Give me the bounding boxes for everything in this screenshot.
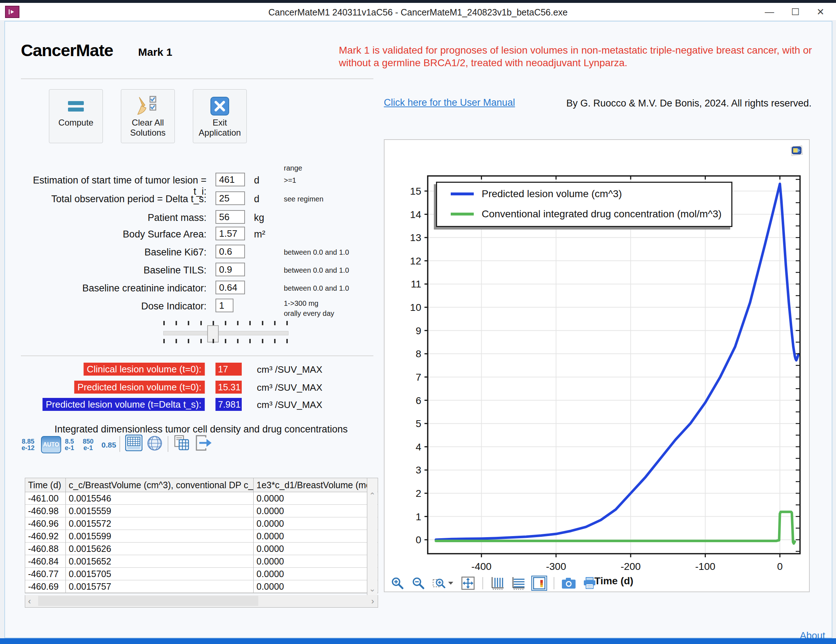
table-row[interactable]: -460.980.00155590.0000 — [25, 505, 378, 517]
svg-text:0: 0 — [777, 561, 783, 572]
column-header-cc[interactable]: c_c/BreastVolume (cm^3), conventional DP… — [66, 478, 254, 492]
field-label-ki67: Baseline Ki67: — [20, 247, 206, 258]
format-scientific-button[interactable]: 8.85e-12 — [21, 438, 34, 451]
clinical-lesion-volume-value: 17 — [216, 363, 242, 376]
broom-checklist-icon — [136, 95, 159, 118]
print-icon[interactable] — [582, 575, 598, 591]
table-cell: 0.0000 — [254, 505, 367, 517]
color-scale-icon[interactable] — [531, 575, 547, 591]
app-main-panel: CancerMate Mark 1 Mark 1 is validated fo… — [4, 21, 833, 638]
user-manual-link[interactable]: Click here for the User Manual — [384, 97, 515, 108]
predicted-lesion-volume-ts-label: Predicted lesion volume (t=Delta t_s): — [42, 398, 205, 411]
table-cell: 0.0015626 — [66, 543, 254, 555]
format-decimal-button[interactable]: 0.85 — [101, 442, 116, 448]
app-title: CancerMate — [21, 40, 113, 60]
range-note: between 0.0 and 1.0 — [284, 266, 349, 275]
table-row[interactable]: -460.920.00155990.0000 — [25, 530, 378, 543]
zoom-extents-icon[interactable] — [460, 575, 476, 591]
snapshot-camera-icon[interactable] — [561, 575, 576, 591]
body-surface-area-input[interactable] — [216, 227, 245, 240]
zoom-in-icon[interactable] — [390, 575, 405, 591]
divider — [21, 78, 373, 79]
svg-text:-400: -400 — [471, 561, 491, 572]
range-note: between 0.0 and 1.0 — [284, 248, 349, 257]
table-header-row: Time (d) c_c/BreastVolume (cm^3), conven… — [25, 478, 378, 492]
range-note: between 0.0 and 1.0 — [284, 284, 349, 293]
table-vertical-scrollbar[interactable]: ⌃ ⌄ — [367, 478, 377, 595]
range-header: range — [284, 164, 302, 172]
legend-line-blue — [451, 193, 474, 195]
svg-text:11: 11 — [411, 278, 421, 289]
exit-application-button[interactable]: Exit Application — [193, 89, 247, 143]
table-cell: -461.00 — [25, 492, 66, 504]
dose-slider-track[interactable] — [163, 331, 289, 335]
svg-text:9: 9 — [415, 325, 421, 337]
table-cell: -460.69 — [25, 580, 66, 593]
window-title: CancerMateM1 240311v1aC56 - CancerMateM1… — [0, 7, 836, 18]
table-row[interactable]: -460.840.00156520.0000 — [25, 555, 378, 568]
chart-panel: 0123456789101112131415-400-300-200-1000T… — [384, 139, 810, 592]
slider-ticks-top — [163, 321, 288, 325]
svg-text:6: 6 — [415, 395, 421, 406]
table-body: -461.000.00155460.0000-460.980.00155590.… — [25, 492, 378, 593]
creatinine-input[interactable] — [216, 281, 245, 294]
minimize-button[interactable]: — — [757, 5, 782, 19]
field-label-patient-mass: Patient mass: — [20, 212, 206, 224]
tils-input[interactable] — [216, 263, 245, 276]
table-cell: 0.0000 — [254, 568, 367, 580]
svg-text:Time (d): Time (d) — [594, 575, 633, 587]
toolbar-separator — [482, 577, 483, 589]
format-auto-button[interactable]: AUTO — [41, 436, 61, 453]
svg-text:10: 10 — [410, 302, 421, 313]
export-table-icon[interactable] — [195, 435, 214, 453]
observation-period-input[interactable] — [216, 191, 245, 205]
unit-label: d — [254, 175, 260, 186]
format-engineering2-button[interactable]: 850e-1 — [83, 438, 93, 451]
column-header-time[interactable]: Time (d) — [25, 478, 66, 492]
result-unit: cm³ /SUV_MAX — [257, 382, 322, 393]
table-cell: 0.0015599 — [66, 530, 254, 542]
copy-table-icon[interactable] — [173, 435, 190, 453]
scrollbar-thumb[interactable] — [38, 596, 258, 606]
column-header-cd1[interactable]: 1e3*c_d1/BreastVolume (mc — [254, 478, 367, 492]
exit-application-label: Exit Application — [193, 118, 247, 138]
toolbar-separator — [554, 577, 554, 589]
range-note: see regimen — [284, 195, 323, 203]
x-grid-icon[interactable] — [490, 575, 505, 591]
table-row[interactable]: -461.000.00155460.0000 — [25, 492, 378, 505]
svg-text:13: 13 — [410, 232, 421, 243]
compute-button[interactable]: Compute — [49, 89, 103, 143]
clear-all-solutions-button[interactable]: Clear All Solutions — [121, 89, 175, 143]
table-row[interactable]: -460.770.00157050.0000 — [25, 568, 378, 580]
clinical-lesion-volume-label: Clinical lesion volume (t=0): — [83, 363, 205, 376]
svg-text:0: 0 — [415, 534, 421, 546]
table-cell: 0.0015705 — [66, 568, 254, 580]
maximize-button[interactable]: ☐ — [783, 5, 808, 19]
close-button[interactable]: ✕ — [808, 5, 833, 19]
scroll-left-icon[interactable]: ‹ — [28, 596, 31, 606]
clear-all-solutions-label: Clear All Solutions — [121, 118, 175, 138]
predicted-lesion-volume-t0-label: Predicted lesion volume (t=0): — [74, 381, 205, 394]
table-horizontal-scrollbar[interactable]: ‹ › — [25, 595, 378, 608]
start-time-input[interactable] — [216, 173, 245, 186]
format-engineering-button[interactable]: 8.5e-1 — [65, 438, 74, 451]
scroll-right-icon[interactable]: › — [371, 596, 374, 606]
divider — [21, 355, 373, 356]
table-row[interactable]: -460.880.00156260.0000 — [25, 543, 378, 555]
compute-label: Compute — [58, 118, 93, 128]
scroll-up-icon[interactable]: ⌃ — [367, 491, 377, 500]
y-grid-icon[interactable] — [511, 575, 526, 591]
table-row[interactable]: -460.960.00155720.0000 — [25, 517, 378, 530]
zoom-out-icon[interactable] — [410, 575, 426, 591]
svg-text:14: 14 — [410, 209, 421, 220]
patient-mass-input[interactable] — [216, 210, 245, 224]
globe-view-button[interactable] — [147, 435, 163, 453]
dose-indicator-input[interactable] — [216, 299, 233, 312]
ki67-input[interactable] — [216, 245, 245, 258]
table-row[interactable]: -460.690.00157570.0000 — [25, 580, 378, 593]
range-note: >=1 — [284, 176, 296, 185]
window-top-edge — [0, 0, 836, 3]
zoom-box-icon[interactable] — [431, 575, 455, 591]
table-view-button[interactable] — [125, 435, 142, 453]
scroll-down-icon[interactable]: ⌄ — [367, 584, 377, 593]
